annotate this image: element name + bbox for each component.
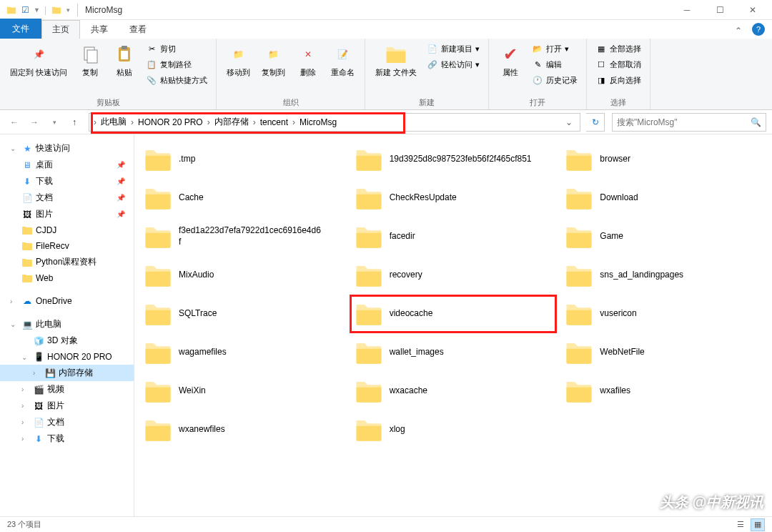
sidebar[interactable]: ⌄★快速访问 🖥桌面📌 ⬇下载📌 📄文档📌 🖼图片📌 CJDJ FileRecv… [0,134,134,516]
minimize-button[interactable]: ─ [670,0,703,20]
history-button[interactable]: 🕐历史记录 [529,73,580,87]
crumb-thispc[interactable]: 此电脑 [98,114,129,129]
rename-button[interactable]: 📝重命名 [327,41,359,79]
folder-item[interactable]: .tmp [140,142,345,177]
folder-item[interactable]: browser [561,142,766,177]
sidebar-pictures2[interactable]: ›🖼图片 [0,398,134,414]
cut-button[interactable]: ✂剪切 [143,41,210,56]
address-dropdown[interactable]: ⌄ [561,117,577,127]
folder-item[interactable]: recovery [351,257,556,293]
folder-item[interactable]: sns_ad_landingpages [561,257,766,293]
qat-dropdown[interactable]: ▼ [34,6,40,14]
crumb-honor[interactable]: HONOR 20 PRO [135,116,206,129]
pin-quickaccess-button[interactable]: 📌 固定到 快速访问 [6,41,71,79]
folder-item[interactable]: wallet_images [351,335,556,370]
copypath-button[interactable]: 📋复制路径 [143,57,210,72]
sidebar-filerecv[interactable]: FileRecv [0,238,134,254]
sidebar-downloads2[interactable]: ›⬇下载 [0,430,134,447]
delete-button[interactable]: ✕删除 [292,41,324,79]
chevron-right-icon[interactable]: › [206,117,212,127]
chevron-right-icon[interactable]: › [252,117,257,127]
folder-item[interactable]: Game [561,219,766,255]
sidebar-honor[interactable]: ⌄📱HONOR 20 PRO [0,349,134,365]
folder-item[interactable]: 19d3925d8c987523feb56f2f465cf851 [351,142,556,177]
folder-item[interactable]: Cache [140,180,345,216]
folder-item[interactable]: videocache [351,296,556,332]
close-button[interactable]: ✕ [736,0,769,20]
search-box[interactable]: 🔍 [612,113,766,132]
folder-item[interactable]: wxafiles [561,373,766,409]
sidebar-quickaccess[interactable]: ⌄★快速访问 [0,140,134,157]
refresh-button[interactable]: ↻ [586,113,605,132]
folder-item[interactable]: facedir [351,219,556,255]
qat-dropdown-2[interactable]: ▾ [66,6,70,14]
newitem-button[interactable]: 📄新建项目 ▾ [424,41,482,56]
sidebar-python[interactable]: Python课程资料 [0,254,134,270]
pasteshortcut-button[interactable]: 📎粘贴快捷方式 [143,73,210,87]
folder-item[interactable]: xlog [351,412,556,448]
search-input[interactable] [617,117,751,127]
newfolder-button[interactable]: 新建 文件夹 [371,41,421,79]
ribbon-group-open: ✔属性 📂打开 ▾ ✎编辑 🕐历史记录 打开 [489,39,587,109]
folder-item[interactable]: wagamefiles [140,335,345,370]
folder-item[interactable]: vusericon [561,296,766,332]
crumb-internal[interactable]: 内部存储 [212,114,252,129]
properties-button[interactable]: ✔属性 [495,41,526,79]
nav-up-button[interactable]: ↑ [66,114,83,131]
chevron-right-icon[interactable]: › [291,117,297,127]
sidebar-desktop[interactable]: 🖥桌面📌 [0,157,134,173]
copy-button[interactable]: 复制 [74,41,106,79]
view-icons-button[interactable]: ▦ [751,518,765,531]
search-icon[interactable]: 🔍 [751,117,761,127]
sidebar-web[interactable]: Web [0,270,134,286]
tab-share[interactable]: 共享 [80,20,119,39]
moveto-button[interactable]: 📁移动到 [222,41,254,79]
sidebar-internal[interactable]: ›💾内部存储 [0,365,134,381]
folder-item[interactable]: Download [561,180,766,216]
sidebar-thispc[interactable]: ⌄💻此电脑 [0,316,134,332]
nav-forward-button[interactable]: → [26,114,43,131]
folder-item[interactable]: f3ed1a223d7efa7922d1cec6916e4d6f [140,219,345,255]
crumb-micromsg[interactable]: MicroMsg [297,116,340,129]
invert-button[interactable]: ◨反向选择 [593,73,644,87]
sidebar-downloads[interactable]: ⬇下载📌 [0,173,134,189]
maximize-button[interactable]: ☐ [703,0,736,20]
tab-file[interactable]: 文件 [0,19,41,39]
sidebar-3dobjects[interactable]: 🧊3D 对象 [0,332,134,349]
help-button[interactable]: ? [752,23,765,36]
sidebar-onedrive[interactable]: ›☁OneDrive [0,293,134,309]
selectall-button[interactable]: ▦全部选择 [593,41,644,56]
qat-checkbox[interactable]: ☑ [21,5,29,15]
paste-button[interactable]: 粘贴 [109,41,140,79]
tab-home[interactable]: 主页 [41,20,80,39]
folder-item[interactable]: wxanewfiles [140,412,345,448]
nav-back-button[interactable]: ← [6,114,23,131]
folder-icon [564,338,594,368]
address-bar[interactable]: › 此电脑 › HONOR 20 PRO › 内部存储 › tencent › … [89,113,580,132]
selectnone-button[interactable]: ☐全部取消 [593,57,644,72]
sidebar-pictures[interactable]: 🖼图片📌 [0,206,134,222]
folder-item[interactable]: SQLTrace [140,296,345,332]
sidebar-documents[interactable]: 📄文档📌 [0,189,134,206]
sidebar-documents2[interactable]: ›📄文档 [0,414,134,430]
view-details-button[interactable]: ☰ [733,518,748,531]
easyaccess-button[interactable]: 🔗轻松访问 ▾ [424,57,482,72]
sidebar-cjdj[interactable]: CJDJ [0,222,134,238]
tab-view[interactable]: 查看 [119,20,157,39]
content-pane[interactable]: .tmp19d3925d8c987523feb56f2f465cf851brow… [134,134,772,516]
folder-name: WeiXin [179,385,206,397]
collapse-ribbon-button[interactable]: ⌃ [728,23,749,39]
chevron-right-icon[interactable]: › [92,117,98,127]
folder-item[interactable]: CheckResUpdate [351,180,556,216]
folder-item[interactable]: wxacache [351,373,556,409]
folder-item[interactable]: MixAudio [140,257,345,293]
folder-item[interactable]: WeiXin [140,373,345,409]
sidebar-videos[interactable]: ›🎬视频 [0,381,134,398]
nav-recent-button[interactable]: ▾ [46,114,63,131]
open-button[interactable]: 📂打开 ▾ [529,41,580,56]
chevron-right-icon[interactable]: › [129,117,135,127]
folder-item[interactable]: WebNetFile [561,335,766,370]
crumb-tencent[interactable]: tencent [257,116,291,129]
copyto-button[interactable]: 📁复制到 [257,41,290,79]
edit-button[interactable]: ✎编辑 [529,57,580,72]
